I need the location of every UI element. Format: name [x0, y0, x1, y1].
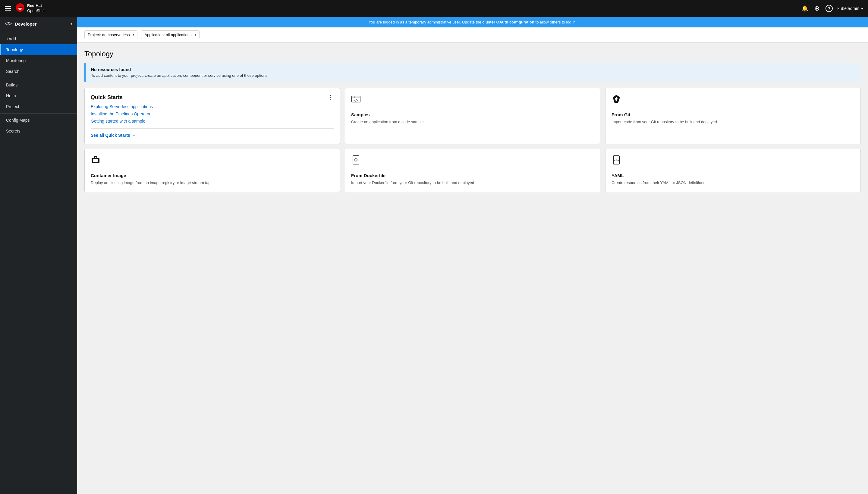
sidebar-item-helm[interactable]: Helm: [0, 90, 77, 101]
project-selector[interactable]: Project: demoserverless ▾: [85, 31, 137, 39]
container-image-card[interactable]: Container Image Deploy an existing image…: [85, 149, 340, 192]
logo-text: Red Hat OpenShift: [27, 3, 44, 14]
help-icon[interactable]: ?: [826, 5, 833, 12]
svg-rect-10: [95, 157, 96, 158]
yaml-desc: Create resources from their YAML or JSON…: [611, 180, 854, 186]
svg-point-5: [356, 97, 356, 98]
toolbar: Project: demoserverless ▾ Application: a…: [77, 27, 868, 42]
sidebar-item-add[interactable]: +Add: [0, 34, 77, 44]
from-git-desc: Import code from your Git repository to …: [611, 119, 854, 125]
svg-text:</>: </>: [614, 159, 619, 162]
dockerfile-icon: [351, 155, 594, 170]
samples-icon: </>: [351, 94, 594, 109]
svg-point-3: [353, 97, 353, 98]
sidebar-item-search[interactable]: Search: [0, 66, 77, 77]
from-dockerfile-title: From Dockerfile: [351, 173, 594, 178]
no-resources-alert: No resources found To add content to you…: [85, 63, 861, 82]
cards-grid: Quick Starts ⋮ Exploring Serverless appl…: [85, 88, 861, 192]
sidebar-item-builds[interactable]: Builds: [0, 79, 77, 90]
application-label: Application: all applications: [144, 33, 191, 37]
project-label: Project: demoserverless: [88, 33, 130, 37]
svg-rect-8: [93, 159, 98, 162]
sidebar-item-monitoring[interactable]: Monitoring: [0, 55, 77, 66]
quick-starts-title: Quick Starts: [91, 94, 123, 101]
quick-starts-menu-icon[interactable]: ⋮: [328, 94, 334, 100]
username-label: kube:admin: [837, 6, 859, 11]
sidebar-item-topology[interactable]: Topology: [0, 44, 77, 55]
see-all-quick-starts-link[interactable]: See all Quick Starts →: [91, 128, 334, 138]
perspective-name: Developer: [15, 21, 37, 26]
code-icon: </>: [5, 21, 12, 26]
samples-desc: Create an application from a code sample: [351, 119, 594, 125]
topnav-icons: 🔔 ⊕ ?: [801, 4, 833, 12]
quick-starts-links: Exploring Serverless applications Instal…: [91, 104, 334, 124]
sidebar-item-project[interactable]: Project: [0, 101, 77, 112]
container-image-desc: Deploy an existing image from an image r…: [91, 180, 334, 186]
login-banner: You are logged in as a temporary adminis…: [77, 17, 868, 27]
samples-card[interactable]: </> Samples Create an application from a…: [345, 88, 601, 144]
alert-body: To add content to your project, create a…: [91, 73, 855, 78]
user-chevron-icon: ▾: [861, 6, 863, 11]
alert-title: No resources found: [91, 67, 855, 72]
yaml-icon: </>: [611, 155, 854, 170]
user-menu[interactable]: kube:admin ▾: [837, 6, 863, 11]
project-chevron-icon: ▾: [133, 33, 134, 36]
arrow-right-icon: →: [132, 133, 136, 138]
banner-text-before: You are logged in as a temporary adminis…: [369, 20, 482, 24]
svg-rect-11: [353, 156, 359, 164]
from-git-card[interactable]: From Git Import code from your Git repos…: [605, 88, 861, 144]
svg-point-4: [354, 97, 355, 98]
container-icon: [91, 155, 334, 170]
application-selector[interactable]: Application: all applications ▾: [141, 31, 199, 39]
main-content: You are logged in as a temporary adminis…: [77, 17, 868, 494]
samples-title: Samples: [351, 112, 594, 117]
container-image-title: Container Image: [91, 173, 334, 178]
sidebar-item-config-maps[interactable]: Config Maps: [0, 115, 77, 126]
see-all-label: See all Quick Starts: [91, 133, 130, 138]
perspective-label: </> Developer: [5, 21, 37, 26]
perspective-switcher[interactable]: </> Developer ▾: [0, 17, 77, 31]
add-circle-icon[interactable]: ⊕: [814, 4, 819, 12]
page-title: Topology: [85, 50, 861, 58]
yaml-title: YAML: [611, 173, 854, 178]
redhat-logo-icon: [16, 3, 25, 14]
quick-start-link-1[interactable]: Installing the Pipelines Operator: [91, 111, 334, 116]
sidebar-nav: +Add Topology Monitoring Search Builds H…: [0, 31, 77, 139]
notification-icon[interactable]: 🔔: [801, 5, 808, 12]
yaml-card[interactable]: </> YAML Create resources from their YAM…: [605, 149, 861, 192]
quick-starts-header: Quick Starts ⋮: [91, 94, 334, 101]
sidebar-divider: [0, 78, 77, 78]
quick-start-link-2[interactable]: Getting started with a sample: [91, 119, 334, 124]
from-dockerfile-desc: Import your Dockerfile from your Git rep…: [351, 180, 594, 186]
quick-starts-card: Quick Starts ⋮ Exploring Serverless appl…: [85, 88, 340, 144]
svg-text:</>: </>: [353, 99, 359, 102]
hamburger-menu[interactable]: [5, 6, 11, 11]
sidebar: </> Developer ▾ +Add Topology Monitoring…: [0, 17, 77, 494]
logo: Red Hat OpenShift: [16, 3, 44, 14]
banner-text-after: to allow others to log in.: [536, 20, 577, 24]
sidebar-item-secrets[interactable]: Secrets: [0, 126, 77, 136]
topnav: Red Hat OpenShift 🔔 ⊕ ? kube:admin ▾: [0, 0, 868, 17]
application-chevron-icon: ▾: [195, 33, 196, 36]
page-content: Topology No resources found To add conte…: [77, 42, 868, 200]
sidebar-divider-2: [0, 113, 77, 114]
svg-point-12: [355, 159, 357, 161]
from-dockerfile-card[interactable]: From Dockerfile Import your Dockerfile f…: [345, 149, 601, 192]
quick-start-link-0[interactable]: Exploring Serverless applications: [91, 104, 334, 109]
git-icon: [611, 94, 854, 109]
perspective-chevron-icon[interactable]: ▾: [71, 22, 72, 26]
from-git-title: From Git: [611, 112, 854, 117]
oauth-config-link[interactable]: cluster OAuth configuration: [482, 20, 534, 24]
